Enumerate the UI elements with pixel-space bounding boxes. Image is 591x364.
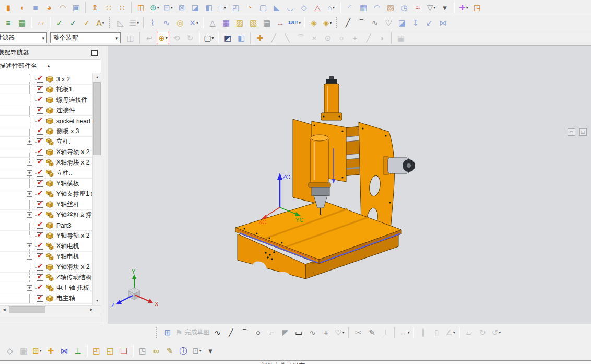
move-face-icon[interactable]: ✚▾ — [457, 1, 470, 14]
expand-icon[interactable]: + — [27, 212, 32, 218]
show-constraints-icon-dropdown[interactable]: ▾ — [453, 330, 455, 335]
reset-filter-icon[interactable]: ↩ — [143, 32, 156, 44]
assembly-tree-item[interactable]: ✔3 x 2 — [0, 74, 92, 85]
split-body-icon[interactable]: ◧ — [203, 1, 215, 14]
component-checkbox[interactable]: ✔ — [37, 222, 43, 229]
layer-settings-icon[interactable]: ≡ — [2, 16, 15, 29]
assembly-tree-item[interactable]: ✔连接件 — [0, 105, 92, 116]
wave-geometry-linker-icon[interactable]: ◰ — [90, 344, 103, 357]
expand-icon[interactable]: + — [27, 160, 32, 166]
selection-scope-combo[interactable]: 整个装配 ▾ — [50, 32, 121, 43]
add-component-icon-dropdown[interactable]: ▾ — [40, 348, 42, 353]
graphics-viewport[interactable]: XC YC ZC Y X Z — [108, 46, 591, 324]
vertical-scrollbar-thumb[interactable] — [93, 82, 101, 155]
assembly-tree-item[interactable]: +✔X轴滑块 x 2 — [0, 158, 92, 168]
rapid-dimension-icon-dropdown[interactable]: ▾ — [407, 330, 409, 335]
circle-sketch-icon[interactable]: ○ — [252, 326, 264, 339]
assembly-tree-item[interactable]: ✔Part3 — [0, 220, 92, 231]
assembly-constraints-icon[interactable]: ⋈ — [58, 344, 70, 357]
expand-icon[interactable]: + — [27, 170, 32, 176]
delayed-evaluation-icon-dropdown[interactable]: ▾ — [499, 330, 501, 335]
sort-ascending-icon[interactable]: ▲ — [46, 64, 51, 68]
component-filter-icon[interactable]: ↻ — [184, 32, 196, 44]
sweep-icon[interactable]: ◠ — [56, 1, 69, 14]
statusbar-grid-icon[interactable]: ▦ — [550, 361, 562, 364]
intersection-curve-icon[interactable]: ↙ — [423, 16, 435, 29]
thicken-icon[interactable]: ▽▾ — [425, 1, 438, 14]
component-checkbox[interactable]: ✔ — [37, 159, 43, 166]
component-checkbox[interactable]: ✔ — [37, 149, 43, 156]
midpoint-snap-icon[interactable]: ╲ — [281, 32, 293, 44]
quadrant-snap-icon[interactable]: ○ — [335, 32, 348, 44]
point-on-curve-snap-icon[interactable]: ╱ — [362, 32, 375, 44]
point-sketch-icon[interactable]: + — [320, 326, 332, 339]
snap-point-filter-icon[interactable]: ⊕▾ — [157, 32, 169, 44]
offset-curve-icon-dropdown[interactable]: ▾ — [342, 330, 345, 335]
component-checkbox[interactable]: ✔ — [37, 201, 43, 208]
component-checkbox[interactable]: ✔ — [37, 212, 43, 218]
flange-icon[interactable]: ◔ — [243, 1, 256, 14]
component-checkbox[interactable]: ✔ — [37, 264, 43, 271]
assembly-tree-item[interactable]: ✔侧板 x 3 — [0, 126, 92, 137]
selection-list-icon[interactable]: ☰▾ — [128, 16, 140, 29]
swept-surface-icon[interactable]: ◠ — [371, 1, 383, 14]
coil-spring-icon[interactable]: ⌇ — [147, 16, 159, 29]
marquee-select-icon[interactable]: ▢▾ — [203, 32, 215, 44]
move-component-icon[interactable]: ✚ — [44, 344, 57, 357]
cavity-icon[interactable]: ▣ — [70, 1, 82, 14]
attributes-icon-dropdown[interactable]: ▾ — [102, 20, 104, 25]
sketch-in-task-icon[interactable]: ⊞ — [161, 326, 174, 339]
law-curve-icon[interactable]: ♡ — [382, 16, 395, 29]
highlight-select-icon[interactable]: ◧ — [235, 32, 247, 44]
attributes-icon[interactable]: A▾ — [94, 16, 107, 29]
existing-point-snap-icon[interactable]: + — [349, 32, 361, 44]
interpart-chain-icon[interactable]: ∞ — [150, 344, 162, 357]
component-checkbox[interactable]: ✔ — [37, 138, 43, 145]
scroll-up-icon[interactable]: ▲ — [93, 73, 101, 81]
new-component-icon[interactable]: ◳ — [136, 344, 149, 357]
vertical-scrollbar[interactable]: ▲ ▼ — [92, 73, 101, 305]
section-curve-icon[interactable]: ⋈ — [436, 16, 449, 29]
unite-icon-dropdown[interactable]: ▾ — [157, 5, 159, 10]
panel-splitter[interactable] — [101, 46, 108, 324]
edit-link-icon[interactable]: ✎ — [163, 344, 176, 357]
shaded-select-icon[interactable]: ◩ — [221, 32, 234, 44]
edit-sketch-icon[interactable]: ▱ — [463, 326, 475, 339]
show-product-outline-icon[interactable]: ▣ — [17, 344, 30, 357]
show-constraints-icon[interactable]: ∠▾ — [444, 326, 456, 339]
fix-geometry-icon[interactable]: ✓ — [67, 16, 79, 29]
component-checkbox[interactable]: ✔ — [37, 170, 43, 177]
find-component-icon[interactable]: ◇ — [4, 344, 16, 357]
revolve-icon[interactable]: ◖ — [16, 1, 28, 14]
endpoint-snap-icon[interactable]: ╱ — [267, 32, 280, 44]
emboss-icon[interactable]: ◰ — [230, 1, 242, 14]
row1-overflow-dropdown[interactable]: ▾ — [439, 1, 451, 14]
component-checkbox[interactable]: ✔ — [37, 128, 43, 135]
tag-icon[interactable]: ▱ — [34, 16, 47, 29]
draft-analysis-icon[interactable]: △ — [311, 1, 324, 14]
boss-icon[interactable]: ◕ — [43, 1, 55, 14]
selection-list-icon-dropdown[interactable]: ▾ — [137, 20, 139, 25]
polyhedron-icon[interactable]: ⌂▾ — [325, 1, 337, 14]
toolbar-grip[interactable] — [109, 17, 111, 28]
line-sketch-icon[interactable]: ╱ — [224, 326, 237, 339]
assembly-tree-item[interactable]: +✔立柱.. — [0, 168, 92, 179]
subtract-icon[interactable]: ⊟▾ — [162, 1, 174, 14]
move-face-icon-dropdown[interactable]: ▾ — [466, 5, 468, 10]
washer-icon[interactable]: ◎ — [174, 16, 186, 29]
unite-icon[interactable]: ⊕▾ — [148, 1, 161, 14]
tolerance-10H7-icon-dropdown[interactable]: ▾ — [299, 20, 301, 25]
spring-tools-icon-dropdown[interactable]: ▾ — [196, 20, 198, 25]
expand-icon[interactable]: + — [27, 254, 32, 260]
scroll-down-icon[interactable]: ▼ — [93, 297, 101, 305]
scroll-left-icon[interactable]: ◀ — [0, 306, 8, 314]
chevron-down-icon[interactable]: ▾ — [42, 36, 44, 41]
toolbar-grip[interactable] — [336, 17, 338, 28]
sequence-icon-dropdown[interactable]: ▾ — [199, 348, 202, 353]
component-checkbox[interactable]: ✔ — [37, 86, 43, 93]
show-degrees-of-freedom-icon[interactable]: ⊥ — [72, 344, 84, 357]
polyhedron-icon-dropdown[interactable]: ▾ — [333, 5, 335, 10]
studio-spline-icon[interactable]: ∿ — [369, 16, 381, 29]
rotate-filter-icon[interactable]: ⟲ — [170, 32, 183, 44]
triangle-analysis-icon[interactable]: △ — [206, 16, 219, 29]
